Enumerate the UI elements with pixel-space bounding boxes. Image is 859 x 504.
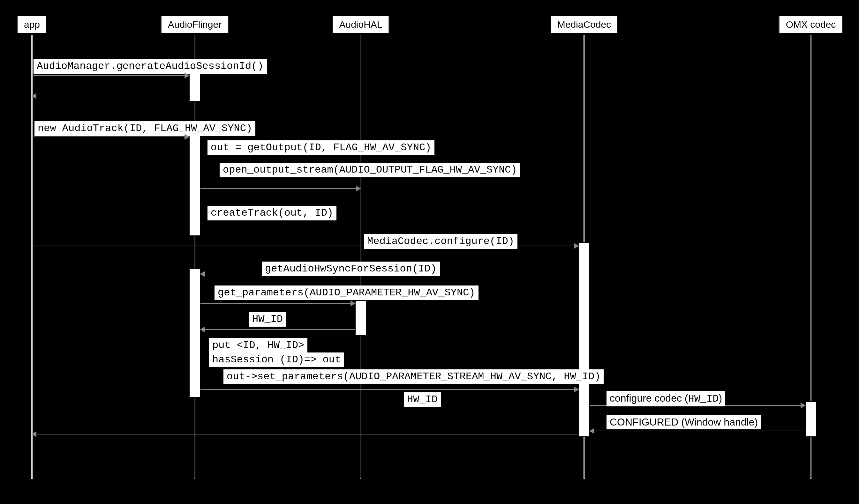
activation-af-3: [189, 269, 200, 397]
arrow-m2: [32, 137, 189, 137]
label-m10a: put <ID, HW_ID>: [209, 338, 307, 353]
label-m8: get_parameters(AUDIO_PARAMETER_HW_AV_SYN…: [214, 285, 479, 300]
arrow-final-return: [32, 434, 578, 435]
participant-audioflinger: AudioFlinger: [161, 15, 229, 34]
label-m3: out = getOutput(ID, FLAG_HW_AV_SYNC): [208, 140, 435, 155]
arrow-m14: [590, 431, 805, 431]
participant-audiohal: AudioHAL: [332, 15, 389, 34]
arrow-m1-return: [32, 96, 189, 96]
label-m13: configure codec (HW_ID): [606, 391, 725, 406]
arrow-m8: [200, 303, 355, 304]
label-m4: open_output_stream(AUDIO_OUTPUT_FLAG_HW_…: [220, 163, 520, 177]
label-m7: getAudioHwSyncForSession(ID): [262, 262, 440, 276]
activation-mc-1: [578, 242, 590, 437]
activation-af-2: [189, 131, 200, 236]
arrow-m12: [200, 389, 578, 390]
label-m10b: hasSession (ID)=> out: [209, 352, 344, 367]
label-m13-code: HW_ID: [688, 393, 719, 405]
participant-app: app: [17, 15, 47, 34]
activation-hal-1: [355, 300, 366, 335]
label-m1: AudioManager.generateAudioSessionId(): [33, 59, 267, 74]
sequence-diagram: app AudioFlinger AudioHAL MediaCodec OMX…: [0, 0, 859, 504]
label-m2: new AudioTrack(ID, FLAG_HW_AV_SYNC): [34, 121, 255, 136]
participant-mediacodec: MediaCodec: [550, 15, 618, 34]
label-m11: out->set_parameters(AUDIO_PARAMETER_STRE…: [224, 369, 604, 384]
lifeline-audiohal: [360, 35, 361, 478]
label-m12: HW_ID: [404, 392, 441, 407]
lifeline-audioflinger: [194, 35, 195, 478]
arrow-m9: [200, 329, 355, 330]
activation-af-1: [189, 69, 200, 101]
participant-omx: OMX codec: [779, 15, 843, 34]
label-m13-post: ): [719, 392, 722, 404]
lifeline-app: [32, 35, 32, 478]
label-m9: HW_ID: [249, 312, 286, 327]
activation-omx-1: [805, 401, 816, 437]
label-m14: CONFIGURED (Window handle): [606, 415, 761, 429]
label-m13-pre: configure codec (: [610, 392, 688, 404]
arrow-m1: [32, 75, 189, 76]
label-m5: createTrack(out, ID): [208, 206, 336, 220]
label-m6: MediaCodec.configure(ID): [364, 234, 517, 249]
arrow-m4: [200, 188, 360, 189]
